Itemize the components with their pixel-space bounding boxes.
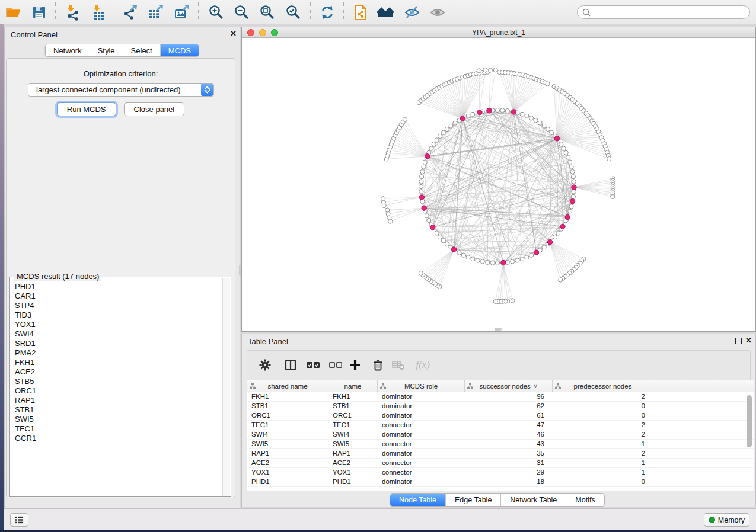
- create-column-button[interactable]: [345, 355, 365, 375]
- mcds-result-item[interactable]: YOX1: [15, 320, 222, 329]
- columns-icon: [285, 359, 296, 371]
- table-row[interactable]: SWI4SWI4dominator462: [247, 430, 754, 440]
- control-panel-tabs: NetworkStyleSelectMCDS: [45, 44, 199, 57]
- import-table-button[interactable]: [88, 2, 110, 23]
- plus-icon: [350, 360, 361, 370]
- save-session-button[interactable]: [28, 2, 50, 23]
- cell-MCDS-role: connector: [378, 468, 465, 477]
- table-row[interactable]: PHD1PHD1dominator180: [247, 477, 754, 487]
- delete-column-button[interactable]: [368, 355, 388, 375]
- table-row[interactable]: TEC1TEC1connector472: [247, 421, 754, 430]
- table-type-tabs: Node TableEdge TableNetwork TableMotifs: [390, 493, 605, 507]
- mcds-result-item[interactable]: STB1: [15, 405, 222, 415]
- table-row[interactable]: RAP1RAP1dominator352: [247, 449, 754, 459]
- close-panel-button[interactable]: Close panel: [124, 102, 185, 116]
- tab-style[interactable]: Style: [90, 44, 123, 56]
- vertical-splitter-handle[interactable]: [239, 265, 241, 275]
- run-mcds-button[interactable]: Run MCDS: [57, 102, 116, 116]
- table-row[interactable]: SWI5SWI5connector431: [247, 440, 754, 449]
- mcds-result-item[interactable]: STP4: [15, 301, 222, 310]
- show-all-button[interactable]: [427, 2, 448, 23]
- splitter-handle[interactable]: [495, 328, 502, 331]
- delete-table-icon: [392, 360, 405, 370]
- column-header-shared-name[interactable]: shared name: [247, 380, 328, 392]
- criterion-dropdown[interactable]: largest connected component (undirected): [28, 83, 214, 97]
- toolbar-separator: [343, 2, 344, 21]
- mcds-result-item[interactable]: SRD1: [15, 339, 222, 348]
- mcds-result-item[interactable]: TEC1: [15, 424, 222, 434]
- export-network-button[interactable]: [119, 2, 141, 23]
- mcds-result-item[interactable]: SWI5: [15, 415, 222, 424]
- mcds-result-item[interactable]: TID3: [15, 310, 222, 320]
- cell-predecessor-nodes: 2: [553, 449, 653, 458]
- cell-successor-nodes: 62: [465, 402, 553, 411]
- table-row[interactable]: FKH1FKH1dominator962: [247, 392, 754, 402]
- zoom-selected-button[interactable]: [283, 2, 304, 23]
- table-row[interactable]: YOX1YOX1connector291: [247, 468, 754, 477]
- table-scrollbar-thumb[interactable]: [747, 395, 752, 447]
- cell-successor-nodes: 18: [465, 477, 553, 486]
- export-table-button[interactable]: [145, 2, 167, 23]
- open-session-button[interactable]: [2, 2, 24, 23]
- cell-shared-name: ACE2: [247, 459, 328, 467]
- column-header-successor-nodes[interactable]: successor nodes∨: [465, 380, 553, 392]
- select-all-rows-button[interactable]: [303, 355, 323, 375]
- main-toolbar: [0, 0, 756, 24]
- close-panel-icon[interactable]: ✕: [745, 336, 752, 345]
- mcds-result-item[interactable]: ACE2: [15, 367, 222, 377]
- cell-successor-nodes: 46: [465, 430, 553, 439]
- memory-button[interactable]: Memory: [704, 513, 749, 527]
- export-image-button[interactable]: [171, 2, 193, 23]
- table-row[interactable]: ACE2ACE2connector311: [247, 459, 754, 468]
- search-input[interactable]: [591, 8, 733, 17]
- table-row[interactable]: STB1STB1dominator620: [247, 402, 754, 411]
- zoom-out-button[interactable]: [231, 2, 253, 23]
- tab-network[interactable]: Network: [46, 44, 90, 56]
- cell-MCDS-role: dominator: [378, 430, 465, 439]
- column-header-name[interactable]: name: [328, 380, 378, 392]
- tab-network-table[interactable]: Network Table: [501, 494, 566, 506]
- network-graph-canvas[interactable]: [242, 38, 755, 331]
- tab-motifs[interactable]: Motifs: [566, 494, 604, 506]
- tab-edge-table[interactable]: Edge Table: [446, 494, 501, 506]
- mcds-result-item[interactable]: RAP1: [15, 396, 222, 405]
- export-table-icon: [148, 4, 164, 21]
- show-column-panel-button[interactable]: [280, 355, 301, 375]
- cell-successor-nodes: 61: [465, 411, 553, 420]
- deselect-all-rows-button[interactable]: [326, 355, 346, 375]
- column-header-predecessor-nodes[interactable]: predecessor nodes: [553, 380, 653, 392]
- refresh-button[interactable]: [317, 2, 338, 23]
- first-neighbors-button[interactable]: [375, 2, 396, 23]
- float-panel-icon[interactable]: [735, 338, 742, 344]
- search-field[interactable]: [577, 5, 750, 19]
- mcds-result-item[interactable]: FKH1: [15, 358, 222, 367]
- mcds-result-item[interactable]: STB5: [15, 377, 222, 386]
- table-row[interactable]: ORC1ORC1dominator610: [247, 411, 754, 421]
- mcds-list-scrollbar[interactable]: [222, 278, 230, 496]
- import-network-button[interactable]: [62, 2, 84, 23]
- delete-table-button[interactable]: [388, 355, 409, 375]
- column-header-MCDS-role[interactable]: MCDS role: [378, 380, 465, 392]
- mcds-result-item[interactable]: SWI4: [15, 329, 222, 339]
- mcds-result-list[interactable]: PHD1CAR1STP4TID3YOX1SWI4SRD1PMA2FKH1ACE2…: [11, 278, 222, 496]
- mcds-result-item[interactable]: ORC1: [15, 386, 222, 396]
- tab-select[interactable]: Select: [123, 44, 161, 56]
- tab-mcds[interactable]: MCDS: [161, 44, 199, 56]
- zoom-in-button[interactable]: [206, 2, 227, 23]
- cell-successor-nodes: 29: [465, 468, 553, 477]
- float-panel-icon[interactable]: [218, 31, 224, 37]
- toolbar-separator: [310, 2, 311, 21]
- mcds-result-item[interactable]: PMA2: [15, 348, 222, 358]
- mcds-result-item[interactable]: GCR1: [15, 434, 222, 443]
- close-panel-icon[interactable]: ✕: [230, 29, 237, 39]
- table-settings-button[interactable]: [255, 355, 275, 375]
- mcds-result-item[interactable]: CAR1: [15, 291, 222, 301]
- export-image-icon: [174, 4, 190, 21]
- function-builder-button[interactable]: f(x): [410, 355, 436, 375]
- hide-selected-button[interactable]: [401, 2, 423, 23]
- export-web-button[interactable]: [350, 2, 371, 23]
- zoom-fit-button[interactable]: [257, 2, 278, 23]
- tab-node-table[interactable]: Node Table: [390, 494, 446, 506]
- mcds-result-item[interactable]: PHD1: [15, 282, 222, 291]
- show-panel-list-button[interactable]: [10, 513, 28, 527]
